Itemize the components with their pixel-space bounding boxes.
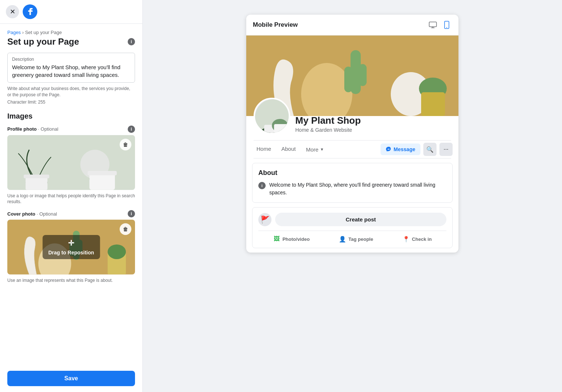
post-actions: 🖼 Photo/video 👤 Tag people 📍 Check in: [258, 235, 446, 243]
description-text[interactable]: Welcome to My Plant Shop, where you'll f…: [12, 63, 130, 79]
profile-photo-delete-button[interactable]: 🗑: [120, 139, 131, 150]
page-title-text: Set up your Page: [7, 37, 79, 47]
drag-icon: ✛: [68, 239, 74, 247]
preview-profile-section: My Plant Shop Home & Garden Website: [246, 98, 458, 140]
char-limit: Character limit: 255: [7, 100, 135, 105]
right-panel: Mobile Preview: [143, 0, 562, 392]
search-icon: 🔍: [426, 146, 434, 153]
cover-photo-delete-button[interactable]: 🗑: [120, 223, 131, 235]
nav-about[interactable]: About: [277, 141, 300, 158]
content-area: Pages › Set up your Page Set up your Pag…: [0, 24, 142, 365]
mobile-icon[interactable]: [442, 20, 452, 30]
top-bar: ✕: [0, 0, 142, 24]
preview-title: Mobile Preview: [253, 21, 298, 29]
about-section: About i Welcome to My Plant Shop, where …: [252, 163, 453, 203]
svg-point-18: [446, 27, 447, 28]
message-button[interactable]: Message: [381, 143, 420, 155]
nav-home[interactable]: Home: [252, 141, 276, 158]
save-button[interactable]: Save: [7, 371, 135, 386]
post-divider: [258, 231, 446, 231]
close-button[interactable]: ✕: [6, 5, 19, 18]
create-post-row: 🚩 Create post: [258, 213, 446, 226]
check-in-action[interactable]: 📍 Check in: [402, 235, 432, 243]
about-title: About: [258, 169, 446, 177]
preview-page-info: My Plant Shop Home & Garden Website: [295, 115, 361, 134]
preview-nav: Home About More ▼ Message 🔍 ···: [246, 141, 458, 158]
tag-people-label: Tag people: [348, 236, 373, 242]
breadcrumb: Pages › Set up your Page: [7, 30, 135, 35]
photo-video-label: Photo/video: [282, 236, 310, 242]
more-options-button[interactable]: ···: [439, 143, 453, 156]
cover-photo-optional: · Optional: [37, 211, 57, 217]
post-avatar: 🚩: [258, 213, 271, 226]
cover-photo-container: 🗑 ✛ Drag to Reposition: [7, 220, 135, 275]
device-icons: [428, 20, 452, 30]
desktop-icon[interactable]: [428, 20, 438, 30]
description-helper: Write about what your business does, the…: [7, 86, 135, 98]
description-label: Description: [12, 57, 130, 62]
check-in-label: Check in: [412, 236, 432, 242]
nav-actions: Message 🔍 ···: [381, 143, 453, 156]
svg-point-15: [108, 244, 126, 259]
drag-reposition-text: Drag to Reposition: [48, 250, 94, 255]
preview-page-name: My Plant Shop: [295, 115, 361, 126]
create-post-section: 🚩 Create post 🖼 Photo/video 👤 Tag people…: [252, 207, 453, 248]
cover-photo-label-row: Cover photo · Optional i: [7, 210, 135, 217]
preview-nav-divider: [254, 158, 451, 158]
preview-header: Mobile Preview: [246, 15, 458, 36]
close-icon: ✕: [10, 8, 15, 16]
cover-photo-helper: Use an image that represents what this P…: [7, 277, 135, 284]
svg-rect-4: [24, 174, 49, 178]
info-icon[interactable]: i: [128, 38, 135, 45]
svg-rect-8: [87, 171, 117, 175]
chevron-down-icon: ▼: [320, 147, 324, 152]
breadcrumb-pages-link[interactable]: Pages: [7, 30, 21, 35]
profile-photo-info-icon[interactable]: i: [128, 126, 135, 133]
messenger-icon: [386, 146, 391, 152]
preview-avatar: [254, 98, 290, 134]
cover-photo-info-icon[interactable]: i: [128, 210, 135, 217]
svg-rect-16: [429, 22, 437, 27]
profile-photo-label: Profile photo: [7, 126, 37, 132]
nav-more[interactable]: More ▼: [301, 141, 328, 158]
svg-rect-23: [359, 64, 367, 86]
photo-video-icon: 🖼: [273, 235, 280, 243]
tag-people-icon: 👤: [339, 235, 346, 243]
facebook-logo: [23, 4, 37, 19]
profile-photo-image: [7, 135, 135, 190]
photo-video-action[interactable]: 🖼 Photo/video: [273, 235, 310, 243]
breadcrumb-current: Set up your Page: [25, 30, 61, 35]
mobile-preview-card: Mobile Preview: [246, 15, 458, 253]
drag-overlay: ✛ Drag to Reposition: [42, 235, 100, 259]
svg-rect-22: [344, 67, 352, 92]
images-section-title: Images: [7, 112, 135, 120]
ellipsis-icon: ···: [443, 146, 448, 153]
about-content: i Welcome to My Plant Shop, where you'll…: [258, 181, 446, 197]
check-in-icon: 📍: [402, 235, 410, 243]
cover-photo-label: Cover photo: [7, 211, 35, 217]
search-button[interactable]: 🔍: [423, 143, 437, 156]
profile-photo-helper: Use a logo or image that helps people id…: [7, 193, 135, 205]
profile-photo-optional: · Optional: [38, 126, 59, 132]
preview-page-category: Home & Garden Website: [295, 127, 361, 133]
profile-photo-label-row: Profile photo · Optional i: [7, 126, 135, 133]
description-box: Description Welcome to My Plant Shop, wh…: [7, 53, 135, 83]
create-post-button[interactable]: Create post: [275, 213, 446, 226]
nav-more-label: More: [306, 146, 318, 153]
tag-people-action[interactable]: 👤 Tag people: [339, 235, 373, 243]
profile-photo-container: 🗑: [7, 135, 135, 190]
about-text: Welcome to My Plant Shop, where you'll f…: [269, 181, 446, 197]
cover-trash-icon: 🗑: [123, 226, 128, 232]
page-title-row: Set up your Page i: [7, 37, 135, 47]
left-panel: ✕ Pages › Set up your Page Set up your P…: [0, 0, 143, 392]
svg-rect-31: [274, 124, 288, 134]
message-button-label: Message: [394, 146, 415, 152]
about-info-icon: i: [258, 182, 266, 189]
trash-icon: 🗑: [123, 142, 128, 148]
